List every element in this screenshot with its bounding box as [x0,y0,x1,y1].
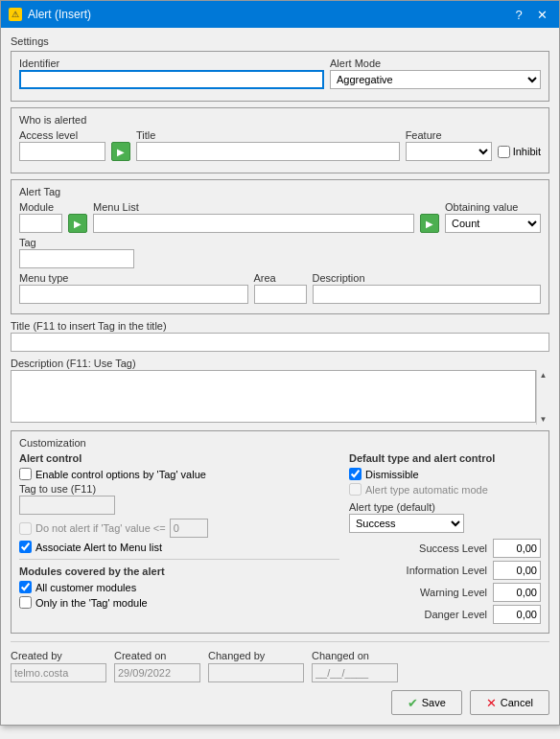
changed-on-label: Changed on [312,650,398,661]
do-not-alert-value-input[interactable] [170,519,208,538]
danger-level-row: Danger Level 0,00 [349,605,541,624]
access-level-label: Access level [19,129,130,141]
obtaining-value-select[interactable]: Count Sum Average Max Min [445,214,541,233]
button-row: ✔ Save ✕ Cancel [11,690,549,715]
created-on-field: Created on [114,650,200,682]
created-by-input [11,663,106,682]
scroll-down-arrow[interactable]: ▼ [540,415,548,424]
only-in-tag-label: Only in the 'Tag' module [35,597,148,609]
description-field-label: Description (F11: Use Tag) [11,358,549,369]
title-input[interactable] [136,142,400,161]
title-bar: ⚠ Alert (Insert) ? ✕ [1,1,559,28]
alert-tag-row2: Tag [19,237,541,268]
changed-by-input [208,663,304,682]
feature-label: Feature [406,129,541,141]
area-input[interactable] [254,285,307,304]
menu-list-label: Menu List [93,201,439,213]
created-by-label: Created by [11,650,106,661]
title-field-input[interactable] [11,333,549,352]
footer-row: Created by Created on Changed by Changed… [11,641,549,682]
identifier-input[interactable] [19,70,324,89]
do-not-alert-checkbox[interactable] [19,522,32,535]
feature-select[interactable] [406,142,492,161]
alert-mode-label: Alert Mode [330,58,541,69]
settings-label: Settings [11,35,549,47]
alert-type-auto-row: Alert type automatic mode [349,483,541,496]
tag-input[interactable] [19,249,134,268]
save-label: Save [422,697,446,708]
default-type-title: Default type and alert control [349,452,541,464]
tag-group: Tag [19,237,134,268]
scroll-up-arrow[interactable]: ▲ [540,371,548,380]
created-by-field: Created by [11,650,106,682]
dismissible-row: Dismissible [349,468,541,480]
customization-label: Customization [19,437,541,449]
obtaining-value-label: Obtaining value [445,201,541,213]
save-button[interactable]: ✔ Save [391,690,462,715]
menu-type-input[interactable] [19,285,248,304]
access-level-browse-btn[interactable]: ▶ [111,142,130,161]
module-label: Module [19,201,87,213]
access-level-row: ▶ [19,142,130,161]
title-field-group: Title (F11 to insert Tag in the title) [11,320,549,352]
changed-by-field: Changed by [208,650,304,682]
all-customer-checkbox[interactable] [19,581,32,593]
window-content: Settings Identifier Alert Mode Aggregati… [1,28,559,725]
all-customer-label: All customer modules [35,582,136,593]
area-group: Area [254,272,307,304]
separator1 [19,559,339,560]
created-on-label: Created on [114,650,200,661]
module-input[interactable] [19,214,62,233]
alert-type-default-group: Alert type (default) Success Information… [349,501,541,533]
module-browse-btn[interactable]: ▶ [68,214,87,233]
inhibit-label: Inhibit [513,146,541,157]
only-in-tag-checkbox[interactable] [19,596,32,609]
only-in-tag-row: Only in the 'Tag' module [19,596,339,609]
modules-covered-title: Modules covered by the alert [19,566,339,577]
information-level-input[interactable]: 0,00 [493,561,541,580]
enable-control-checkbox[interactable] [19,468,32,480]
enable-control-row: Enable control options by 'Tag' value [19,468,339,480]
help-button[interactable]: ? [509,6,528,23]
changed-by-label: Changed by [208,650,304,661]
who-is-alerted-label: Who is alerted [19,114,541,126]
alert-window: ⚠ Alert (Insert) ? ✕ Settings Identifier… [0,0,560,726]
cancel-button[interactable]: ✕ Cancel [470,690,549,715]
dismissible-label: Dismissible [365,469,419,480]
alert-mode-select[interactable]: Aggregative Simple Complex [330,70,541,89]
who-is-alerted-section: Who is alerted Access level ▶ Title Feat… [11,107,549,173]
tag-to-use-input[interactable] [19,496,115,515]
title-group: Title [136,129,400,161]
changed-on-field: Changed on [312,650,398,682]
danger-level-input[interactable]: 0,00 [493,605,541,624]
warning-level-row: Warning Level 0,00 [349,583,541,602]
alert-type-auto-checkbox[interactable] [349,483,362,496]
identifier-group: Identifier [19,58,324,89]
window-title: Alert (Insert) [28,8,91,21]
feature-row: Inhibit [406,142,541,161]
tag-to-use-label: Tag to use (F11) [19,483,339,495]
close-button[interactable]: ✕ [532,6,551,23]
description-textarea[interactable] [11,370,536,423]
associate-alert-checkbox[interactable] [19,541,32,553]
alert-type-auto-label: Alert type automatic mode [365,484,488,496]
access-level-group: Access level ▶ [19,129,130,161]
title-bar-controls: ? ✕ [509,6,551,23]
identifier-label: Identifier [19,58,324,69]
alert-mode-group: Alert Mode Aggregative Simple Complex [330,58,541,89]
alert-control-title: Alert control [19,452,339,464]
warning-level-input[interactable]: 0,00 [493,583,541,602]
changed-on-input [312,663,398,682]
success-level-input[interactable]: 0,00 [493,539,541,558]
inhibit-checkbox[interactable] [498,146,510,158]
description-scrollbar[interactable]: ▲ ▼ [536,370,549,425]
menu-list-input[interactable] [93,214,414,233]
menu-list-browse-btn[interactable]: ▶ [420,214,439,233]
access-level-input[interactable] [19,142,105,161]
dismissible-checkbox[interactable] [349,468,362,480]
area-label: Area [254,272,307,284]
alert-type-default-select[interactable]: Success Information Warning Danger [349,514,464,533]
description-input[interactable] [313,285,542,304]
customization-left: Alert control Enable control options by … [19,452,339,627]
cancel-icon: ✕ [486,696,497,710]
